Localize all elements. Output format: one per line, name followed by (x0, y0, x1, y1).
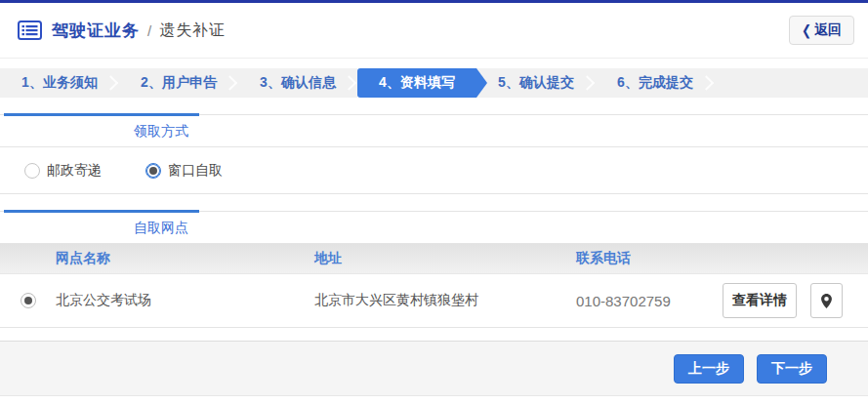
back-button-label: 返回 (814, 21, 842, 39)
section-title-label: 自取网点 (134, 220, 188, 235)
previous-step-button[interactable]: 上一步 (674, 354, 744, 384)
map-location-button[interactable] (810, 283, 843, 318)
radio-selected-icon (145, 163, 161, 179)
row-actions: 查看详情 (711, 283, 868, 318)
page-header: 驾驶证业务 / 遗失补证 ❮ 返回 (0, 3, 868, 59)
radio-label: 窗口自取 (168, 162, 223, 180)
step-label: 3、确认信息 (260, 74, 336, 92)
row-radio-selected[interactable] (21, 293, 36, 308)
breadcrumb-current: 遗失补证 (159, 20, 226, 41)
step-6-complete-submit: 6、完成提交 (596, 68, 715, 98)
step-1-business-notice: 1、业务须知 (0, 68, 119, 98)
page: 驾驶证业务 / 遗失补证 ❮ 返回 1、业务须知 2、用户申告 3、确认信息 4… (0, 0, 868, 396)
row-radio-cell (0, 293, 56, 308)
outlet-phone: 010-83702759 (576, 293, 711, 309)
section-title-label: 领取方式 (134, 123, 188, 139)
step-bar-filler (715, 68, 868, 98)
page-title: 驾驶证业务 (52, 20, 140, 42)
pickup-outlets-section-title: 自取网点 (0, 211, 868, 244)
footer-actions: 上一步 下一步 (0, 341, 868, 396)
radio-label: 邮政寄递 (47, 162, 102, 180)
step-2-user-declaration: 2、用户申告 (119, 68, 238, 98)
step-label: 5、确认提交 (498, 74, 574, 92)
step-label: 1、业务须知 (21, 74, 98, 92)
next-step-button[interactable]: 下一步 (757, 354, 827, 384)
list-icon (18, 20, 42, 40)
step-3-confirm-info: 3、确认信息 (238, 68, 357, 98)
step-5-confirm-submit: 5、确认提交 (476, 68, 596, 98)
outlets-table: 网点名称 地址 联系电话 北京公交考试场 北京市大兴区黄村镇狼垡村 010-83… (0, 244, 868, 328)
column-phone: 联系电话 (576, 250, 711, 267)
outlet-table-row: 北京公交考试场 北京市大兴区黄村镇狼垡村 010-83702759 查看详情 (0, 274, 868, 328)
step-wizard: 1、业务须知 2、用户申告 3、确认信息 4、资料填写 5、确认提交 6、完成提… (0, 68, 868, 98)
column-outlet-name: 网点名称 (56, 250, 314, 267)
step-label: 4、资料填写 (379, 74, 455, 92)
column-address: 地址 (314, 250, 576, 267)
outlet-address: 北京市大兴区黄村镇狼垡村 (314, 292, 576, 309)
pickup-outlets-section: 自取网点 网点名称 地址 联系电话 北京公交考试场 北京市大兴区黄村镇狼垡村 0… (0, 211, 868, 328)
step-4-fill-data-active: 4、资料填写 (357, 68, 476, 98)
pickup-method-section-title: 领取方式 (0, 114, 868, 147)
pickup-method-section: 领取方式 邮政寄递 窗口自取 (0, 114, 868, 194)
chevron-left-icon: ❮ (802, 22, 811, 39)
location-pin-icon (820, 293, 833, 309)
step-label: 2、用户申告 (141, 74, 217, 92)
outlets-table-header: 网点名称 地址 联系电话 (0, 244, 868, 274)
back-button[interactable]: ❮ 返回 (789, 16, 854, 45)
breadcrumb-separator: / (147, 22, 151, 39)
radio-icon (24, 163, 40, 179)
step-label: 6、完成提交 (617, 74, 693, 92)
pickup-method-options: 邮政寄递 窗口自取 (0, 147, 868, 194)
radio-postal-delivery[interactable]: 邮政寄递 (24, 162, 102, 180)
outlet-name: 北京公交考试场 (56, 292, 314, 309)
view-details-button[interactable]: 查看详情 (723, 283, 797, 318)
radio-window-pickup[interactable]: 窗口自取 (145, 162, 223, 180)
